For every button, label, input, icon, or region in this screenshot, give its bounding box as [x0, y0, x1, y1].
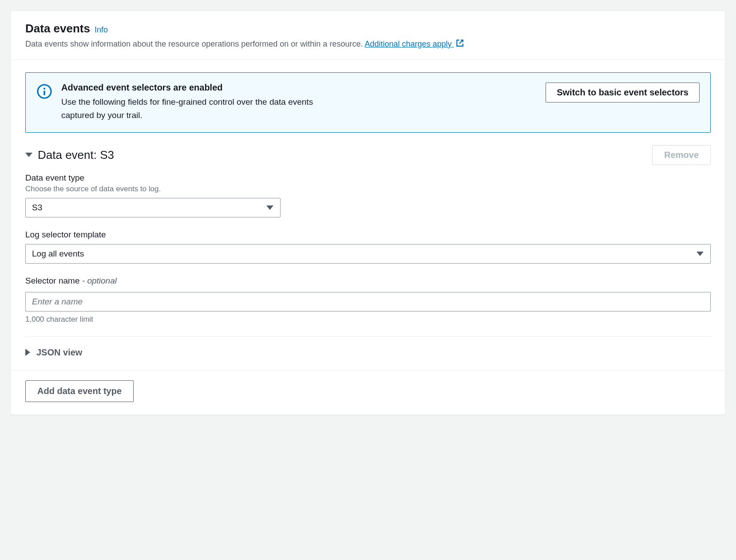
info-link[interactable]: Info [95, 25, 108, 35]
panel-description-text: Data events show information about the r… [25, 39, 364, 48]
data-event-type-field: Data event type Choose the source of dat… [25, 173, 711, 217]
section-title: Data event: S3 [38, 148, 114, 162]
charges-link-text: Additional charges apply [364, 39, 451, 48]
switch-basic-selectors-button[interactable]: Switch to basic event selectors [546, 83, 700, 103]
info-alert: Advanced event selectors are enabled Use… [25, 72, 711, 133]
log-selector-template-select[interactable]: Log all events [25, 244, 711, 264]
info-icon [36, 83, 52, 99]
panel-footer: Add data event type [11, 370, 725, 414]
log-selector-template-field: Log selector template Log all events [25, 230, 711, 264]
selector-name-optional: - optional [80, 276, 117, 285]
data-events-panel: Data events Info Data events show inform… [11, 11, 725, 415]
selector-name-input[interactable] [25, 292, 711, 312]
alert-action: Switch to basic event selectors [546, 83, 700, 103]
alert-text: Use the following fields for fine-graine… [61, 95, 345, 122]
selector-name-constraint: 1,000 character limit [25, 315, 711, 324]
panel-header: Data events Info Data events show inform… [11, 11, 725, 60]
data-event-type-label: Data event type [25, 173, 711, 183]
json-view-toggle[interactable]: JSON view [25, 347, 711, 358]
external-link-icon [456, 39, 464, 51]
section-toggle[interactable]: Data event: S3 [25, 148, 114, 162]
panel-title: Data events [25, 22, 90, 35]
data-event-type-select[interactable]: S3 [25, 198, 281, 217]
data-event-type-hint: Choose the source of data events to log. [25, 185, 711, 193]
alert-title: Advanced event selectors are enabled [61, 83, 537, 93]
caret-down-icon [25, 153, 32, 157]
remove-button[interactable]: Remove [652, 145, 711, 165]
panel-body: Advanced event selectors are enabled Use… [11, 60, 725, 370]
alert-content: Advanced event selectors are enabled Use… [61, 83, 537, 122]
selector-name-label: Selector name - optional [25, 276, 711, 286]
log-selector-template-label: Log selector template [25, 230, 711, 240]
selector-name-label-text: Selector name [25, 276, 80, 285]
json-view-label: JSON view [36, 347, 82, 358]
charges-link[interactable]: Additional charges apply [364, 39, 463, 48]
add-data-event-type-button[interactable]: Add data event type [25, 380, 134, 402]
data-event-section-header: Data event: S3 Remove [25, 145, 711, 165]
svg-rect-1 [44, 88, 45, 90]
svg-rect-2 [44, 91, 45, 95]
panel-description: Data events show information about the r… [25, 38, 711, 51]
selector-name-field: Selector name - optional 1,000 character… [25, 276, 711, 324]
caret-right-icon [25, 349, 30, 356]
divider [25, 336, 711, 337]
